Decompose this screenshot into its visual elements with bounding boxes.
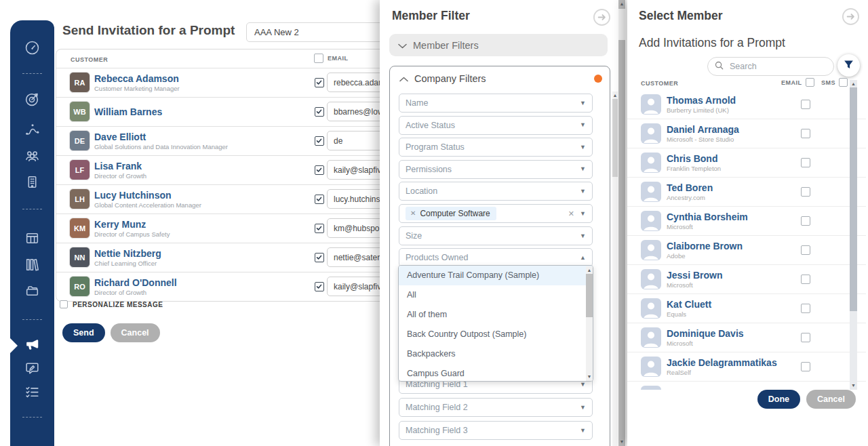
filters-scrollbar[interactable]: ▲: [612, 92, 618, 446]
email-checkbox[interactable]: [801, 245, 810, 255]
cancel-button[interactable]: Cancel: [806, 390, 856, 409]
dropdown-option[interactable]: Campus Guard: [399, 364, 593, 382]
email-select-all-checkbox[interactable]: [314, 54, 323, 63]
scroll-up-icon[interactable]: ▲: [586, 267, 593, 274]
customer-title: Customer Marketing Manager: [94, 85, 180, 92]
email-checkbox[interactable]: [801, 216, 810, 226]
matching-field-select-2[interactable]: Matching Field 2 ▼: [399, 398, 593, 417]
member-filters-label: Member Filters: [413, 40, 479, 51]
industry-select[interactable]: ✕ Computer Software ✕ ▼: [399, 204, 593, 223]
cancel-button[interactable]: Cancel: [111, 323, 160, 342]
filter-select-name[interactable]: Name ▼: [399, 94, 593, 113]
email-checkbox[interactable]: [801, 187, 810, 197]
scrollbar-thumb[interactable]: [612, 99, 618, 177]
avatar: LF: [69, 159, 90, 180]
email-checkbox[interactable]: [801, 129, 810, 138]
list-item: Thomas Arnold Burberry Limited (UK): [627, 90, 866, 119]
sidebar-item-companies[interactable]: [10, 174, 54, 192]
email-checkbox[interactable]: [315, 195, 324, 204]
customer-title: Global Content Acceleration Manager: [94, 201, 201, 209]
filter-select-permissions[interactable]: Permissions ▼: [399, 160, 593, 179]
member-company: Microsoft: [667, 223, 748, 230]
email-checkbox[interactable]: [315, 253, 324, 262]
list-item: Jessi Brown Microsoft: [627, 265, 866, 294]
member-list-header: CUSTOMER EMAIL SMS: [627, 77, 858, 90]
email-checkbox[interactable]: [315, 136, 324, 146]
email-column-header: EMAIL: [781, 79, 802, 86]
email-checkbox[interactable]: [315, 107, 324, 117]
member-list-body: Thomas Arnold Burberry Limited (UK) Dani…: [627, 90, 866, 390]
invite-table-body: RA Rebecca Adamson Customer Marketing Ma…: [56, 68, 422, 301]
goals-icon: [24, 91, 41, 110]
filter-button[interactable]: [837, 54, 860, 77]
list-item: Jackie Delagrammatikas RealSelf: [627, 352, 866, 382]
scrollbar-thumb[interactable]: [586, 274, 593, 317]
scroll-down-icon[interactable]: ▼: [850, 382, 857, 389]
send-button[interactable]: Send: [62, 323, 105, 342]
sidebar-item-tasks[interactable]: [10, 384, 54, 403]
tag-remove-icon[interactable]: ✕: [410, 210, 416, 217]
sidebar-item-feedback[interactable]: [10, 360, 54, 379]
filter-select-placeholder: Active Status: [406, 121, 455, 130]
search-input[interactable]: [728, 61, 840, 72]
member-list-scrollbar[interactable]: ▲ ▼: [850, 80, 857, 390]
size-select[interactable]: Size ▼: [399, 226, 593, 245]
customer-column-header: CUSTOMER: [641, 80, 678, 87]
clear-selection-icon[interactable]: ✕: [568, 209, 574, 218]
sidebar-item-dashboard[interactable]: [10, 39, 54, 58]
sidebar-item-goals[interactable]: [10, 91, 54, 110]
sidebar-item-collections[interactable]: [10, 283, 54, 302]
done-button[interactable]: Done: [757, 390, 800, 409]
email-checkbox[interactable]: [801, 275, 810, 284]
sidebar-item-members[interactable]: [10, 147, 54, 166]
scrollbar-thumb[interactable]: [618, 9, 625, 40]
collapse-panel-arrow-button[interactable]: [593, 8, 611, 26]
email-checkbox[interactable]: [801, 158, 810, 167]
email-checkbox[interactable]: [801, 362, 810, 371]
dropdown-option[interactable]: Back Country Outpost (Sample): [399, 325, 593, 344]
table-row: DE Dave Elliott Global Solutions and Dat…: [56, 126, 422, 155]
chevron-up-icon: [399, 73, 408, 84]
scroll-up-icon[interactable]: ▲: [618, 1, 625, 7]
matching-field-select-3[interactable]: Matching Field 3 ▼: [399, 421, 593, 440]
list-item: Dominique Davis Microsoft: [627, 323, 866, 352]
list-item: Claiborne Brown Adobe: [627, 236, 866, 265]
scroll-up-icon[interactable]: ▲: [850, 81, 857, 87]
email-select-all-checkbox[interactable]: [806, 78, 814, 87]
products-owned-combobox[interactable]: ▲: [399, 248, 593, 267]
collapse-panel-arrow-button[interactable]: [842, 7, 860, 26]
personalize-message-checkbox[interactable]: [60, 300, 68, 308]
table-row: WB William Barnes: [56, 97, 422, 126]
email-checkbox[interactable]: [801, 333, 810, 342]
filter-select-location[interactable]: Location ▼: [399, 182, 593, 201]
scroll-down-icon[interactable]: ▼: [618, 439, 625, 445]
filter-select-active-status[interactable]: Active Status ▼: [399, 116, 593, 135]
dropdown-option[interactable]: All of them: [399, 305, 593, 325]
sidebar-item-boards[interactable]: [10, 230, 54, 249]
sidebar-item-library[interactable]: [10, 256, 54, 275]
company-filters-collapse[interactable]: Company Filters: [399, 73, 486, 84]
dropdown-scrollbar[interactable]: ▲ ▼: [586, 266, 593, 381]
customer-title: Global Solutions and Data Innovation Man…: [94, 143, 228, 150]
dropdown-option[interactable]: Adventure Trail Company (Sample): [399, 266, 593, 285]
dropdown-option[interactable]: Backpackers: [399, 344, 593, 364]
email-checkbox[interactable]: [315, 165, 324, 175]
sms-select-all-checkbox[interactable]: [839, 78, 848, 87]
products-owned-input[interactable]: [406, 253, 580, 262]
scroll-up-icon[interactable]: ▲: [612, 92, 618, 99]
email-checkbox[interactable]: [315, 78, 324, 87]
email-checkbox[interactable]: [315, 224, 324, 233]
email-checkbox[interactable]: [315, 282, 324, 291]
scroll-down-icon[interactable]: ▼: [586, 373, 593, 380]
feedback-icon: [24, 360, 41, 379]
panel-scrollbar[interactable]: ▲ ▼: [618, 0, 625, 446]
filter-select-program-status[interactable]: Program Status ▼: [399, 138, 593, 157]
member-filters-collapse[interactable]: Member Filters: [389, 34, 608, 56]
email-checkbox[interactable]: [801, 304, 810, 313]
scrollbar-thumb[interactable]: [850, 87, 857, 311]
email-checkbox[interactable]: [801, 100, 810, 109]
avatar: LH: [69, 188, 90, 209]
sidebar-item-journeys[interactable]: [10, 121, 54, 140]
dropdown-option[interactable]: All: [399, 285, 593, 305]
member-name: Jackie Delagrammatikas: [667, 358, 777, 368]
